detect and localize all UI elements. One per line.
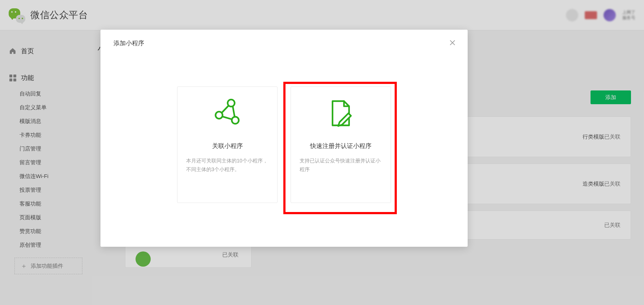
option-title: 快速注册并认证小程序 (310, 142, 372, 150)
modal-option-row: 关联小程序 本月还可关联同主体的10个小程序，不同主体的3个小程序。 快速注册并… (100, 86, 468, 203)
svg-point-0 (228, 99, 235, 106)
option-quick-register-miniprogram[interactable]: 快速注册并认证小程序 支持已认证公众号快速注册并认证小程序 (291, 86, 391, 203)
page-background: 微信公众平台 上网了 服务号 首页 功能 自动回复 自定义菜单 (0, 0, 644, 305)
add-miniprogram-modal: 添加小程序 关联小程序 本月还可关联同主体的10个小程序，不同主体的3 (100, 30, 468, 247)
svg-line-4 (222, 117, 232, 119)
modal-title: 添加小程序 (100, 30, 468, 57)
svg-line-3 (222, 106, 228, 113)
link-graph-icon (210, 96, 244, 130)
document-pen-icon (324, 96, 358, 130)
svg-point-2 (232, 117, 239, 124)
close-icon (448, 39, 456, 47)
svg-line-5 (233, 106, 235, 117)
option-desc: 支持已认证公众号快速注册并认证小程序 (291, 157, 391, 174)
modal-close-button[interactable] (447, 38, 458, 48)
option-title: 关联小程序 (212, 142, 243, 150)
option-link-miniprogram[interactable]: 关联小程序 本月还可关联同主体的10个小程序，不同主体的3个小程序。 (177, 86, 278, 203)
option-desc: 本月还可关联同主体的10个小程序，不同主体的3个小程序。 (177, 157, 277, 174)
